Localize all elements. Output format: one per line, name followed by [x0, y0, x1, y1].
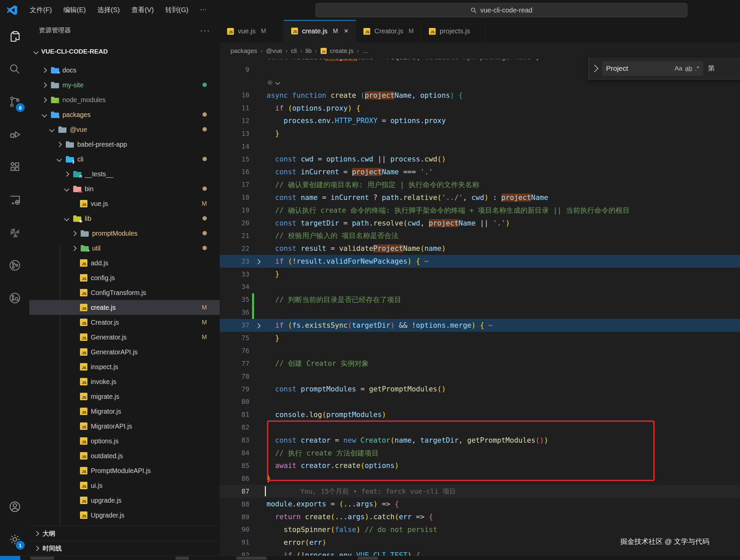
tree-item-migratorapi-js[interactable]: JSMigratorAPI.js [29, 419, 220, 434]
circle-branch-search-icon[interactable] [0, 282, 29, 314]
status-item[interactable] [175, 557, 189, 560]
code-line-20[interactable]: 20 const targetDir = path.resolve(cwd, p… [220, 217, 740, 230]
tree-item-bin[interactable]: ▬bin [29, 181, 220, 196]
code-line-15[interactable]: 15 const cwd = options.cwd || process.cw… [220, 153, 740, 166]
tree-item--tests-[interactable]: ⊓__tests__ [29, 167, 220, 181]
tree-item-options-js[interactable]: JSoptions.js [29, 434, 220, 448]
code-line-85[interactable]: 85 await creator.create(options) [220, 460, 740, 472]
tree-item-cli[interactable]: ❯cli [29, 152, 220, 167]
fold-chevron-icon[interactable] [249, 321, 267, 329]
code-line-79[interactable]: 79 const promptModules = getPromptModule… [220, 383, 740, 395]
project-section-header[interactable]: VUE-CLI-CODE-READ [29, 44, 220, 59]
breadcrumb-item[interactable]: … [362, 47, 368, 55]
codelens-gear-icon[interactable] [267, 79, 740, 86]
code-line-83[interactable]: 83 const creator = new Creator(name, tar… [220, 434, 740, 447]
tab-create-js[interactable]: JScreate.jsM× [284, 20, 356, 42]
account-icon[interactable] [0, 490, 29, 523]
code-line-92[interactable]: 92 if (!process.env.VUE_CLI_TEST) { [220, 549, 740, 556]
tree-item-node-modules[interactable]: ⬡node_modules [29, 92, 220, 107]
code-line-21[interactable]: 21 // 校验用户输入的 项目名称是否合法 [220, 229, 740, 242]
tree-item-generator-js[interactable]: JSGenerator.jsM [29, 330, 220, 345]
branch-status-item[interactable] [30, 557, 54, 560]
tree-item-packages[interactable]: ↑packages [29, 107, 220, 122]
status-item[interactable] [358, 557, 378, 560]
tree-item-generatorapi-js[interactable]: JSGeneratorAPI.js [29, 345, 220, 359]
code-line-88[interactable]: 88module.exports = (...args) => { [220, 498, 740, 510]
menu-item[interactable]: 选择(S) [92, 3, 125, 17]
tree-item-util[interactable]: +util [29, 241, 220, 256]
code-line-37[interactable]: 37 if (fs.existsSync(targetDir) && !opti… [220, 319, 740, 332]
code-line-19[interactable]: 19 // 确认执行 create 命令的终端: 执行脚手架命令的终端 + 项目… [220, 204, 740, 217]
regex-icon[interactable]: .* [695, 65, 699, 72]
tree-item-promptmoduleapi-js[interactable]: JSPromptModuleAPI.js [29, 463, 220, 478]
menu-item[interactable]: 转到(G) [161, 3, 193, 17]
breadcrumb-item[interactable]: cli [291, 47, 297, 55]
remote-indicator[interactable] [0, 556, 20, 560]
code-line-89[interactable]: 89 return create(...args).catch(err => { [220, 510, 740, 523]
code-line-82[interactable]: 82 [220, 421, 740, 434]
find-replace-toggle-icon[interactable] [591, 64, 599, 72]
tree-item-add-js[interactable]: JSadd.js [29, 256, 220, 270]
tree-item-create-js[interactable]: JScreate.jsM [29, 300, 220, 315]
tree-item-docs[interactable]: ≡docs [29, 63, 220, 78]
command-center-search[interactable]: vue-cli-code-read [316, 3, 687, 17]
code-line-77[interactable]: 77 // 创建 Creator 实例对象 [220, 357, 740, 370]
outline-panel-header[interactable]: 大纲 [29, 526, 220, 541]
code-line-78[interactable]: 78 [220, 370, 740, 383]
tree-item--vue[interactable]: @vue [29, 122, 220, 137]
code-line-35[interactable]: 35 // 判断当前的目录是否已经存在了项目 [220, 293, 740, 306]
code-line-33[interactable]: 33 } [220, 268, 740, 281]
code-line-90[interactable]: 90 stopSpinner(false) // do not persist [220, 523, 740, 536]
code-line-76[interactable]: 76 [220, 344, 740, 357]
code-line-12[interactable]: 12 process.env.HTTP_PROXY = options.prox… [220, 114, 740, 127]
settings-gear-icon[interactable]: 1 [0, 523, 29, 556]
code-line-23[interactable]: 23 if (!result.validForNewPackages) {⋯ [220, 255, 740, 268]
code-line-16[interactable]: 16 const inCurrent = projectName === '.' [220, 166, 740, 178]
pinwheel-extension-icon[interactable] [0, 216, 29, 249]
tree-item-my-site[interactable]: my-site [29, 78, 220, 92]
tree-item-migrator-js[interactable]: JSMigrator.js [29, 404, 220, 419]
tree-item-upgrade-js[interactable]: JSupgrade.js [29, 493, 220, 508]
source-control-icon[interactable]: 8 [0, 85, 29, 118]
tree-item-config-js[interactable]: JSconfig.js [29, 270, 220, 285]
code-line-22[interactable]: 22 const result = validateProjectName(na… [220, 242, 740, 255]
tree-item-upgrader-js[interactable]: JSUpgrader.js [29, 508, 220, 523]
tree-item-ui-js[interactable]: JSui.js [29, 478, 220, 493]
whole-word-icon[interactable]: ab [685, 65, 692, 72]
code-line-17[interactable]: 17 // 确认要创建的项目名称: 用户指定 | 执行命令的文件夹名称 [220, 178, 740, 191]
tree-item-promptmodules[interactable]: promptModules [29, 226, 220, 241]
code-line-84[interactable]: 84 // 执行 create 方法创建项目 [220, 447, 740, 460]
search-icon[interactable] [0, 53, 29, 85]
code-line-75[interactable]: 75 } [220, 332, 740, 345]
tree-item-inspect-js[interactable]: JSinspect.js [29, 359, 220, 374]
code-line-34[interactable]: 34 [220, 281, 740, 293]
code-line-18[interactable]: 18 const name = inCurrent ? path.relativ… [220, 191, 740, 204]
close-icon[interactable]: × [344, 27, 349, 35]
tree-item-configtransform-js[interactable]: JSConfigTransform.js [29, 285, 220, 300]
tree-item-babel-preset-app[interactable]: babel-preset-app [29, 137, 220, 152]
code-line-14[interactable]: 14 [220, 140, 740, 153]
code-line-36[interactable]: 36 [220, 306, 740, 319]
code-line-86[interactable]: 86} [220, 472, 740, 485]
explorer-more-actions-icon[interactable]: ··· [200, 26, 210, 35]
circle-branch-icon[interactable] [0, 249, 29, 282]
tab-projects-js[interactable]: JSprojects.js [421, 20, 486, 42]
extensions-icon[interactable] [0, 151, 29, 183]
tree-item-outdated-js[interactable]: JSoutdated.js [29, 448, 220, 463]
code-editor[interactable]: 8const validateProjectName = require('va… [220, 59, 740, 556]
menu-item[interactable]: 编辑(E) [59, 3, 91, 17]
status-item[interactable] [236, 557, 267, 560]
fold-chevron-icon[interactable] [249, 257, 267, 265]
menu-item[interactable]: 文件(F) [25, 3, 57, 17]
code-line-11[interactable]: 11 if (options.proxy) { [220, 102, 740, 115]
tree-item-migrate-js[interactable]: JSmigrate.js [29, 389, 220, 404]
remote-explorer-icon[interactable] [0, 183, 29, 216]
tab-vue-js[interactable]: JSvue.jsM [220, 20, 284, 42]
files-icon[interactable] [0, 20, 29, 53]
code-line-87[interactable]: 87You, 15个月前 • feat: forck vue-cli 项目 [220, 485, 740, 498]
tree-item-lib[interactable]: ◉lib [29, 211, 220, 226]
tab-Creator-js[interactable]: JSCreator.jsM [356, 20, 421, 42]
breadcrumb-item[interactable]: create.js [330, 47, 354, 55]
code-line-81[interactable]: 81 console.log(promptModules) [220, 408, 740, 421]
timeline-panel-header[interactable]: 时间线 [29, 541, 220, 556]
